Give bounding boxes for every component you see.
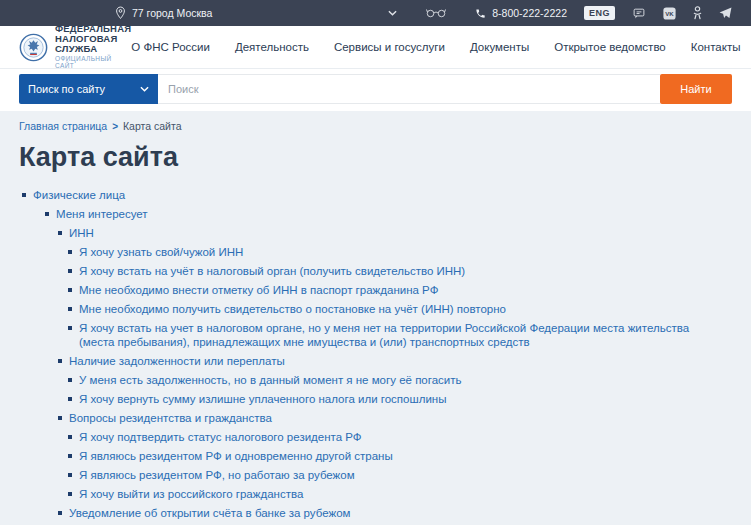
nav-item[interactable]: Документы [470,41,529,53]
location-pin-icon [115,6,126,20]
breadcrumb-separator: > [112,121,118,132]
search-bar: Поиск по сайту Найти [19,74,732,104]
lang-button[interactable]: ENG [584,6,615,20]
breadcrumb: Главная страница > Карта сайта [19,120,732,132]
sitemap-link[interactable]: Я хочу выйти из российского гражданства [79,488,303,500]
nav-item[interactable]: Деятельность [235,41,309,53]
page-title: Карта сайта [19,142,732,173]
sitemap-item: Меня интересует [19,207,732,221]
nav-item[interactable]: Сервисы и госуслуги [334,41,445,53]
phone-icon [475,8,486,19]
phone-block[interactable]: 8-800-222-2222 [475,7,567,19]
breadcrumb-home-link[interactable]: Главная страница [19,120,107,132]
topbar: 77 город Москва 8-800-222-2222 ENG [0,0,751,26]
breadcrumb-current: Карта сайта [123,120,182,132]
sitemap-item: Мне необходимо получить свидетельство о … [19,302,714,316]
sitemap-link[interactable]: Мне необходимо получить свидетельство о … [79,303,506,315]
site-header: ФЕДЕРАЛЬНАЯ НАЛОГОВАЯ СЛУЖБА ОФИЦИАЛЬНЫЙ… [0,26,751,69]
org-name-line2: НАЛОГОВАЯ СЛУЖБА [55,34,131,54]
fns-logo[interactable]: ФЕДЕРАЛЬНАЯ НАЛОГОВАЯ СЛУЖБА ОФИЦИАЛЬНЫЙ… [19,24,131,70]
main-nav: О ФНС РоссииДеятельностьСервисы и госусл… [131,41,740,53]
sitemap-link[interactable]: Физические лица [33,189,125,201]
sitemap-item: Я хочу узнать свой/чужой ИНН [19,245,714,259]
sitemap-link[interactable]: Я хочу узнать свой/чужой ИНН [79,246,243,258]
sitemap-link[interactable]: Я хочу подтвердить статус налогового рез… [79,431,362,443]
telegram-icon[interactable] [719,7,732,19]
svg-text:VK: VK [665,10,674,17]
sitemap-item: ИНН [19,226,732,240]
sitemap-link[interactable]: Наличие задолженности или переплаты [69,355,285,367]
sitemap-link[interactable]: Я являюсь резидентом РФ, но работаю за р… [79,469,355,481]
sitemap-item: Мне необходимо внести отметку об ИНН в п… [19,283,714,297]
sitemap-link[interactable]: Мне необходимо внести отметку об ИНН в п… [79,284,438,296]
nav-item[interactable]: Открытое ведомство [554,41,666,53]
sitemap-link[interactable]: Уведомление об открытии счёта в банке за… [69,507,350,519]
sitemap-link[interactable]: Я хочу встать на учет в налоговом органе… [79,322,689,348]
sitemap-link[interactable]: Вопросы резидентства и гражданства [69,412,272,424]
sitemap-item: Я хочу вернуть сумму излишне уплаченного… [19,392,714,406]
nav-item[interactable]: О ФНС России [131,41,210,53]
sitemap-item: Наличие задолженности или переплаты [19,354,732,368]
sitemap-item: Я хочу встать на учет в налоговом органе… [19,321,714,349]
region-selector[interactable]: 77 город Москва [115,6,212,20]
sitemap-link[interactable]: ИНН [69,227,94,239]
search-scope-select[interactable]: Поиск по сайту [19,74,158,104]
chevron-down-icon[interactable] [388,10,397,16]
nav-item[interactable]: Контакты [691,41,741,53]
sitemap-link[interactable]: Я хочу встать на учёт в налоговый орган … [79,265,465,277]
sitemap-link[interactable]: Я являюсь резидентом РФ и одновременно д… [79,450,393,462]
sitemap-link[interactable]: У меня есть задолженность, но в данный м… [79,374,462,386]
search-input[interactable] [158,74,660,104]
content-area: Главная страница > Карта сайта Карта сай… [0,111,751,525]
sitemap-item: Вопросы резидентства и гражданства [19,411,732,425]
sitemap-item: Я хочу встать на учёт в налоговый орган … [19,264,714,278]
chat-icon[interactable] [632,7,646,20]
glasses-icon[interactable] [426,8,446,18]
sitemap-item: Я хочу подтвердить статус налогового рез… [19,430,714,444]
org-name: ФЕДЕРАЛЬНАЯ НАЛОГОВАЯ СЛУЖБА ОФИЦИАЛЬНЫЙ… [55,24,131,70]
sitemap-link[interactable]: Я хочу вернуть сумму излишне уплаченного… [79,393,446,405]
search-band: Поиск по сайту Найти [0,69,751,111]
sitemap-link[interactable]: Меня интересует [56,208,148,220]
sitemap-list: Физические лицаМеня интересуетИННЯ хочу … [19,188,732,525]
search-submit-button[interactable]: Найти [660,74,732,104]
phone-number: 8-800-222-2222 [492,7,567,19]
sitemap-item: Я являюсь резидентом РФ, но работаю за р… [19,468,714,482]
odnoklassniki-icon[interactable] [693,6,702,20]
fns-emblem-icon [19,33,48,62]
sitemap-item: Уведомление об открытии счёта в банке за… [19,506,732,520]
sitemap-item: Я хочу выйти из российского гражданства [19,487,714,501]
sitemap-item: Я являюсь резидентом РФ и одновременно д… [19,449,714,463]
org-subtitle: ОФИЦИАЛЬНЫЙ САЙТ [55,56,131,70]
sitemap-item: У меня есть задолженность, но в данный м… [19,373,714,387]
sitemap-item: Физические лица [19,188,732,202]
chevron-down-icon [140,86,149,92]
search-scope-label: Поиск по сайту [28,83,105,95]
vk-icon[interactable]: VK [663,7,676,20]
region-label: 77 город Москва [132,7,212,19]
